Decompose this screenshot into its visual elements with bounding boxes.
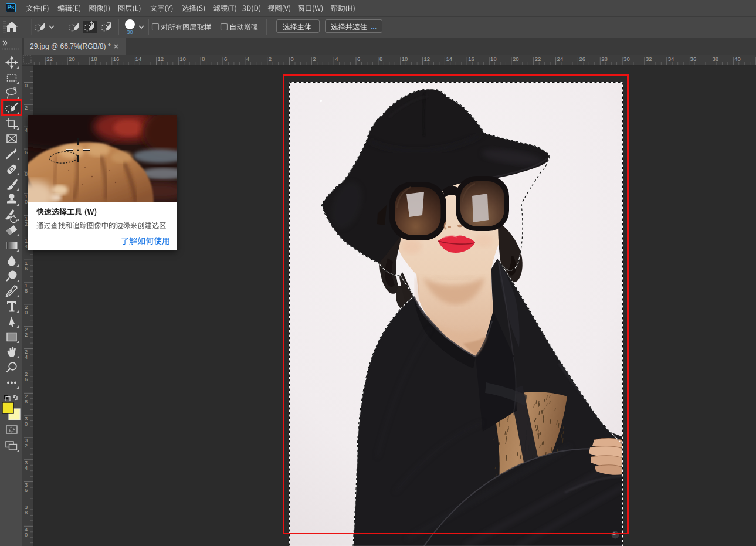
svg-text:38: 38 (713, 56, 719, 62)
svg-text:32: 32 (646, 56, 652, 62)
svg-text:2: 2 (25, 442, 28, 449)
svg-text:30: 30 (623, 56, 630, 62)
svg-text:4: 4 (25, 354, 28, 360)
svg-text:2: 2 (25, 331, 28, 338)
svg-text:20: 20 (69, 56, 75, 62)
svg-text:40: 40 (734, 56, 741, 62)
svg-text:6: 6 (25, 265, 28, 272)
svg-text:10: 10 (402, 56, 408, 62)
svg-text:2: 2 (269, 56, 272, 62)
svg-text:8: 8 (379, 56, 382, 62)
svg-text:8: 8 (25, 398, 28, 405)
svg-text:14: 14 (446, 56, 452, 62)
svg-text:2: 2 (313, 56, 316, 62)
svg-text:6: 6 (224, 56, 227, 62)
svg-text:12: 12 (158, 56, 164, 62)
svg-text:34: 34 (668, 56, 674, 62)
svg-text:8: 8 (25, 287, 28, 294)
svg-text:12: 12 (424, 56, 430, 62)
svg-text:8: 8 (202, 56, 205, 62)
svg-text:22: 22 (46, 56, 53, 62)
svg-text:36: 36 (690, 56, 697, 62)
svg-text:28: 28 (601, 56, 608, 62)
svg-text:10: 10 (179, 56, 186, 62)
svg-text:24: 24 (557, 56, 564, 62)
svg-text:0: 0 (25, 531, 28, 538)
svg-text:18: 18 (490, 56, 497, 62)
svg-text:2: 2 (25, 104, 28, 111)
svg-text:14: 14 (135, 56, 142, 62)
svg-text:16: 16 (468, 56, 474, 62)
svg-text:4: 4 (246, 56, 249, 62)
svg-text:8: 8 (25, 509, 28, 516)
svg-text:6: 6 (25, 487, 28, 493)
svg-text:26: 26 (579, 56, 585, 62)
svg-text:0: 0 (25, 82, 28, 89)
svg-text:0: 0 (291, 56, 294, 62)
svg-text:0: 0 (25, 309, 28, 316)
svg-text:6: 6 (25, 376, 28, 382)
svg-text:4: 4 (335, 56, 338, 62)
svg-text:16: 16 (113, 56, 120, 62)
svg-text:4: 4 (25, 464, 28, 471)
svg-text:0: 0 (25, 420, 28, 427)
svg-text:22: 22 (535, 56, 541, 62)
svg-text:6: 6 (357, 56, 360, 62)
svg-text:20: 20 (513, 56, 519, 62)
svg-text:18: 18 (91, 56, 97, 62)
